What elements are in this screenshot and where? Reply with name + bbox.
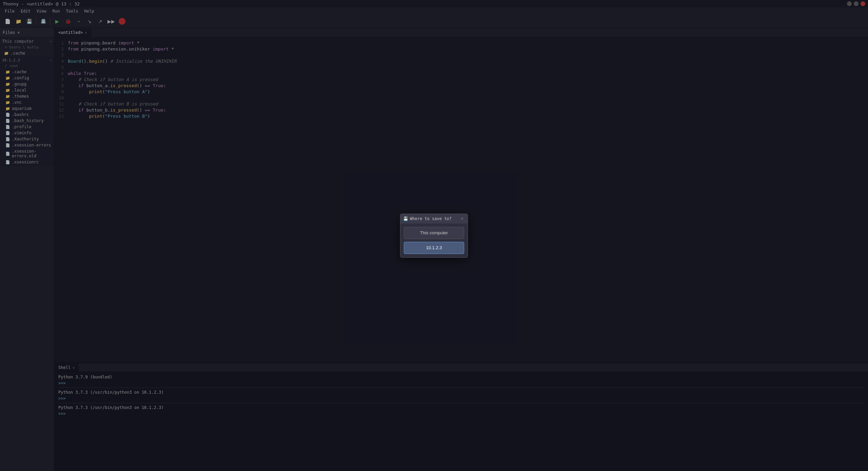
dialog-overlay: 💾 Where to save to? × This computer 10.1… [0,0,868,471]
dialog-body: This computer 10.1.2.3 [400,223,468,257]
dialog-title-icon: 💾 [403,216,408,221]
dialog-title-text: Where to save to? [410,216,452,221]
dialog-titlebar: 💾 Where to save to? × [400,214,468,223]
save-dialog: 💾 Where to save to? × This computer 10.1… [400,214,468,258]
dialog-title-content: 💾 Where to save to? [403,216,452,221]
this-computer-button[interactable]: This computer [404,227,464,239]
remote-computer-button[interactable]: 10.1.2.3 [404,242,464,254]
dialog-close-button[interactable]: × [459,216,465,221]
